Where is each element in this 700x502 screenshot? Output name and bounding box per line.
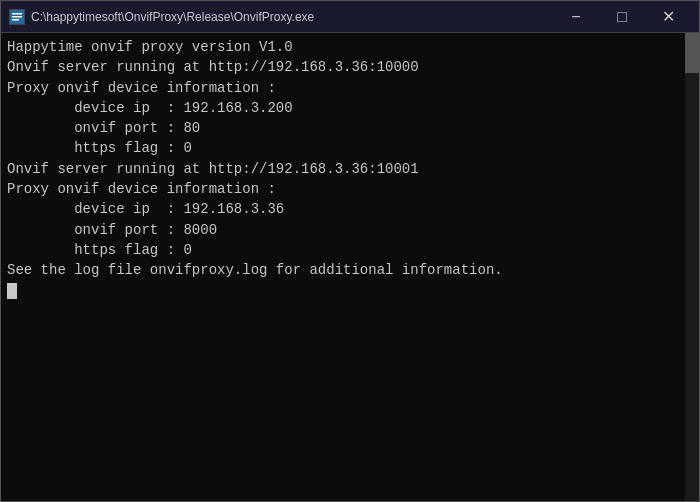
console-line: Onvif server running at http://192.168.3… xyxy=(7,57,693,77)
app-icon xyxy=(9,9,25,25)
console-line: Onvif server running at http://192.168.3… xyxy=(7,159,693,179)
maximize-button[interactable]: □ xyxy=(599,1,645,33)
svg-rect-3 xyxy=(12,19,19,21)
console-line: Happytime onvif proxy version V1.0 xyxy=(7,37,693,57)
console-line: https flag : 0 xyxy=(7,240,693,260)
close-button[interactable]: ✕ xyxy=(645,1,691,33)
console-line: onvif port : 80 xyxy=(7,118,693,138)
console-output: Happytime onvif proxy version V1.0Onvif … xyxy=(1,33,699,501)
scrollbar-thumb[interactable] xyxy=(685,33,699,73)
console-line: https flag : 0 xyxy=(7,138,693,158)
console-line: Proxy onvif device information : xyxy=(7,179,693,199)
console-line: Proxy onvif device information : xyxy=(7,78,693,98)
console-line: device ip : 192.168.3.36 xyxy=(7,199,693,219)
console-line: onvif port : 8000 xyxy=(7,220,693,240)
cursor xyxy=(7,283,17,299)
console-line: device ip : 192.168.3.200 xyxy=(7,98,693,118)
svg-rect-1 xyxy=(12,13,22,15)
main-window: C:\happytimesoft\OnvifProxy\Release\Onvi… xyxy=(0,0,700,502)
console-line xyxy=(7,281,693,301)
console-line: See the log file onvifproxy.log for addi… xyxy=(7,260,693,280)
window-title: C:\happytimesoft\OnvifProxy\Release\Onvi… xyxy=(31,10,553,24)
scrollbar[interactable] xyxy=(685,33,699,501)
minimize-button[interactable]: − xyxy=(553,1,599,33)
svg-rect-2 xyxy=(12,16,22,18)
title-bar: C:\happytimesoft\OnvifProxy\Release\Onvi… xyxy=(1,1,699,33)
console-text: Happytime onvif proxy version V1.0Onvif … xyxy=(7,37,693,301)
window-controls: − □ ✕ xyxy=(553,1,691,33)
